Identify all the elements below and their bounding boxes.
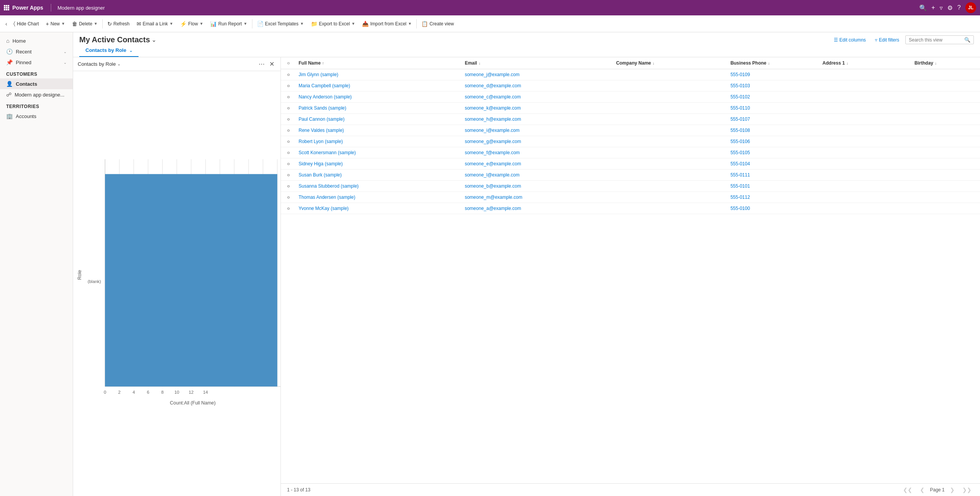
row-phone-6[interactable]: 555-0106 [729, 136, 821, 147]
row-email-4[interactable]: someone_h@example.com [463, 114, 614, 125]
export-excel-button[interactable]: 📁 Export to Excel ▼ [308, 19, 359, 28]
row-phone-12[interactable]: 555-0100 [729, 203, 821, 214]
sidebar-item-home[interactable]: ⌂ Home [0, 35, 73, 46]
row-email-2[interactable]: someone_c@example.com [463, 92, 614, 102]
sidebar-item-accounts[interactable]: 🏢 Accounts [0, 111, 73, 122]
row-name-3[interactable]: Patrick Sands (sample) [297, 103, 463, 113]
row-phone-9[interactable]: 555-0111 [729, 170, 821, 180]
row-checkbox-4[interactable]: ○ [285, 114, 297, 125]
first-page-button[interactable]: ❮❮ [901, 486, 915, 494]
row-email-10[interactable]: someone_b@example.com [463, 181, 614, 191]
row-name-10[interactable]: Susanna Stubberod (sample) [297, 181, 463, 191]
row-address-3 [821, 105, 913, 111]
row-email-5[interactable]: someone_i@example.com [463, 125, 614, 136]
row-name-5[interactable]: Rene Valdes (sample) [297, 125, 463, 136]
sidebar-item-contacts[interactable]: 👤 Contacts [0, 78, 73, 89]
row-name-12[interactable]: Yvonne McKay (sample) [297, 203, 463, 214]
row-phone-1[interactable]: 555-0103 [729, 80, 821, 91]
header-birthday[interactable]: Birthday ↓ [913, 57, 975, 69]
row-name-11[interactable]: Thomas Andersen (sample) [297, 192, 463, 203]
excel-templates-button[interactable]: 📄 Excel Templates ▼ [254, 19, 307, 28]
row-email-9[interactable]: someone_l@example.com [463, 170, 614, 180]
row-checkbox-1[interactable]: ○ [285, 80, 297, 91]
header-checkbox[interactable]: ○ [285, 57, 297, 69]
row-checkbox-8[interactable]: ○ [285, 158, 297, 169]
sidebar-item-recent[interactable]: 🕐 Recent ⌄ [0, 46, 73, 57]
chart-title-button[interactable]: Contacts by Role ⌄ [78, 61, 120, 67]
row-name-8[interactable]: Sidney Higa (sample) [297, 158, 463, 169]
header-phone[interactable]: Business Phone ↓ [729, 57, 821, 69]
row-phone-3[interactable]: 555-0110 [729, 103, 821, 113]
row-checkbox-6[interactable]: ○ [285, 136, 297, 147]
row-company-7 [614, 150, 729, 155]
grid-menu-icon[interactable] [4, 5, 9, 10]
header-email[interactable]: Email ↓ [463, 57, 614, 69]
search-icon[interactable]: 🔍 [919, 4, 927, 12]
row-email-8[interactable]: someone_e@example.com [463, 158, 614, 169]
row-phone-0[interactable]: 555-0109 [729, 69, 821, 80]
row-checkbox-3[interactable]: ○ [285, 103, 297, 113]
row-phone-2[interactable]: 555-0102 [729, 92, 821, 102]
row-checkbox-10[interactable]: ○ [285, 181, 297, 191]
header-address[interactable]: Address 1 ↓ [821, 57, 913, 69]
hide-chart-button[interactable]: 〈 Hide Chart [10, 19, 42, 28]
row-phone-8[interactable]: 555-0104 [729, 158, 821, 169]
row-name-4[interactable]: Paul Cannon (sample) [297, 114, 463, 125]
row-phone-11[interactable]: 555-0112 [729, 192, 821, 203]
delete-button[interactable]: 🗑 Delete ▼ [69, 19, 101, 28]
search-view-box[interactable]: 🔍 [905, 35, 974, 44]
search-view-input[interactable] [909, 37, 963, 43]
row-checkbox-11[interactable]: ○ [285, 192, 297, 203]
settings-icon[interactable]: ⚙ [947, 4, 953, 12]
row-checkbox-9[interactable]: ○ [285, 170, 297, 180]
prev-page-button[interactable]: ❮ [918, 486, 927, 494]
row-name-2[interactable]: Nancy Anderson (sample) [297, 92, 463, 102]
row-phone-10[interactable]: 555-0101 [729, 181, 821, 191]
row-phone-7[interactable]: 555-0105 [729, 147, 821, 158]
tab-contacts-by-role[interactable]: Contacts by Role ⌄ [79, 44, 139, 57]
row-checkbox-7[interactable]: ○ [285, 147, 297, 158]
row-phone-4[interactable]: 555-0107 [729, 114, 821, 125]
row-email-6[interactable]: someone_g@example.com [463, 136, 614, 147]
row-checkbox-12[interactable]: ○ [285, 203, 297, 214]
row-checkbox-2[interactable]: ○ [285, 92, 297, 102]
row-name-6[interactable]: Robert Lyon (sample) [297, 136, 463, 147]
row-checkbox-5[interactable]: ○ [285, 125, 297, 136]
row-email-3[interactable]: someone_k@example.com [463, 103, 614, 113]
row-email-1[interactable]: someone_d@example.com [463, 80, 614, 91]
row-email-7[interactable]: someone_f@example.com [463, 147, 614, 158]
import-excel-button[interactable]: 📥 Import from Excel ▼ [359, 19, 415, 28]
row-email-12[interactable]: someone_a@example.com [463, 203, 614, 214]
chart-close-icon[interactable]: ✕ [268, 60, 276, 68]
avatar[interactable]: JL [965, 2, 976, 13]
chart-more-icon[interactable]: ⋯ [257, 60, 266, 68]
edit-filters-button[interactable]: ▿ Edit filters [872, 36, 902, 44]
row-name-9[interactable]: Susan Burk (sample) [297, 170, 463, 180]
row-name-7[interactable]: Scott Konersmann (sample) [297, 147, 463, 158]
run-report-button[interactable]: 📊 Run Report ▼ [207, 19, 250, 28]
refresh-button[interactable]: ↻ Refresh [104, 19, 133, 28]
row-name-0[interactable]: Jim Glynn (sample) [297, 69, 463, 80]
header-full-name[interactable]: Full Name ↑ [297, 57, 463, 69]
sidebar-item-modern-app[interactable]: ☍ Modern app designe... [0, 89, 73, 100]
new-button[interactable]: + New ▼ [43, 19, 68, 28]
help-icon[interactable]: ? [957, 4, 961, 11]
last-page-button[interactable]: ❯❯ [960, 486, 974, 494]
header-company[interactable]: Company Name ↓ [614, 57, 729, 69]
row-phone-5[interactable]: 555-0108 [729, 125, 821, 136]
view-title-caret-icon[interactable]: ⌄ [152, 37, 156, 43]
back-button[interactable]: ‹ [3, 19, 10, 28]
add-icon[interactable]: + [932, 4, 935, 11]
email-link-button[interactable]: ✉ Email a Link ▼ [134, 19, 176, 28]
row-name-1[interactable]: Maria Campbell (sample) [297, 80, 463, 91]
row-checkbox-0[interactable]: ○ [285, 69, 297, 80]
chart-bar-blank[interactable] [105, 174, 277, 386]
flow-button[interactable]: ⚡ Flow ▼ [177, 19, 206, 28]
row-email-0[interactable]: someone_j@example.com [463, 69, 614, 80]
edit-columns-button[interactable]: ☰ Edit columns [831, 36, 869, 44]
sidebar-item-pinned[interactable]: 📌 Pinned ⌄ [0, 57, 73, 68]
next-page-button[interactable]: ❯ [948, 486, 957, 494]
filter-icon[interactable]: ▿ [940, 4, 943, 12]
create-view-button[interactable]: 📋 Create view [418, 19, 457, 28]
row-email-11[interactable]: someone_m@example.com [463, 192, 614, 203]
